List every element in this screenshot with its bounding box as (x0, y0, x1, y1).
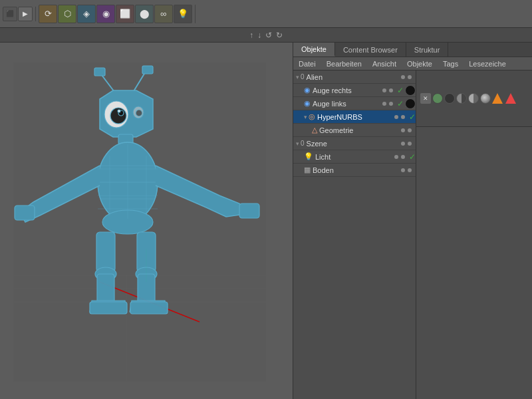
obj-name-alien: Alien (307, 73, 401, 81)
dot-bo-1[interactable] (401, 168, 405, 172)
deform-btn[interactable]: ◈ (77, 5, 96, 23)
dot-li-1[interactable] (394, 155, 398, 159)
menu-datei[interactable]: Datei (296, 59, 319, 68)
menu-bearbeiten[interactable]: Bearbeiten (324, 59, 364, 68)
svg-rect-40 (239, 203, 259, 218)
obj-row-auge-links[interactable]: ◉ Auge links ✓ (293, 97, 416, 110)
svg-rect-46 (137, 232, 156, 272)
svg-rect-44 (97, 274, 114, 304)
obj-icon-geo: △ (312, 126, 317, 134)
tag-half2[interactable] (468, 93, 479, 104)
obj-dots-hn (394, 115, 405, 119)
obj-row-alien[interactable]: ▾ 0 Alien (293, 70, 416, 84)
check-auge-links: ✓ (397, 99, 404, 108)
svg-rect-39 (15, 205, 35, 220)
undo-btn[interactable]: ⟳ (39, 5, 57, 23)
dot-hn-1[interactable] (394, 115, 398, 119)
tag-dot1[interactable] (432, 93, 443, 104)
main-area: Objekte Content Browser Struktur Datei B… (0, 43, 532, 399)
dot-alien-1[interactable] (401, 75, 405, 79)
dot-al-2[interactable] (389, 102, 393, 106)
obj-icon-auge-rechts: ◉ (304, 86, 311, 94)
dot-ar-1[interactable] (382, 88, 386, 92)
tab-content-browser[interactable]: Content Browser (335, 43, 406, 57)
obj-num-alien: 0 (301, 73, 305, 80)
tag-tri1[interactable] (492, 93, 503, 104)
play-button[interactable]: ▶ (18, 7, 33, 21)
toolbar-group-1: ⬛ ▶ (3, 7, 36, 21)
svg-rect-48 (138, 274, 155, 304)
mode-button-1[interactable]: ⬛ (3, 7, 17, 21)
menu-objekte[interactable]: Objekte (404, 59, 435, 68)
obj-name-hn: HyperNURBS (317, 113, 394, 121)
obj-row-hypernurbs[interactable]: ▾ ◎ HyperNURBS ✓ (293, 110, 416, 124)
obj-dots-auge-rechts (382, 88, 393, 92)
obj-name-auge-links: Auge links (313, 100, 382, 108)
tag-tri2[interactable] (505, 93, 516, 104)
dot-sz-1[interactable] (401, 142, 405, 146)
obj-arrow-szene: ▾ (296, 140, 299, 147)
obj-icon-hn: ◎ (309, 112, 315, 121)
menu-ansicht[interactable]: Ansicht (370, 59, 399, 68)
svg-rect-24 (94, 68, 105, 76)
object-list-section: ▾ 0 Alien ◉ Auge rechts (293, 70, 416, 399)
obj-name-szene: Szene (307, 140, 401, 148)
obj-row-auge-rechts[interactable]: ◉ Auge rechts ✓ (293, 84, 416, 97)
svg-rect-42 (96, 232, 115, 272)
right-panel: Objekte Content Browser Struktur Datei B… (293, 43, 532, 399)
robot-figure (13, 63, 266, 382)
tag-sphere-al (405, 98, 416, 109)
obj-dots-szene (401, 142, 412, 146)
tab-struktur[interactable]: Struktur (406, 43, 449, 57)
dot-bo-2[interactable] (408, 168, 412, 172)
tag-sphere1[interactable] (480, 93, 491, 104)
menu-lesezeiche[interactable]: Lesezeiche (466, 59, 509, 68)
tab-objekte[interactable]: Objekte (293, 43, 335, 57)
obj-row-boden[interactable]: ▦ Boden (293, 164, 416, 177)
svg-rect-45 (90, 302, 127, 314)
dot-hn-2[interactable] (401, 115, 405, 119)
generator-btn[interactable]: ⬤ (135, 5, 154, 23)
obj-name-geo: Geometrie (319, 126, 401, 134)
dot-al-1[interactable] (382, 102, 386, 106)
nav-down[interactable]: ↓ (257, 31, 261, 40)
dot-geo-1[interactable] (401, 128, 405, 132)
tag-half1[interactable] (456, 93, 467, 104)
right-inner: ▾ 0 Alien ◉ Auge rechts (293, 70, 532, 399)
nav-up[interactable]: ↑ (249, 31, 253, 40)
check-hn: ✓ (409, 112, 416, 122)
dot-sz-2[interactable] (408, 142, 412, 146)
svg-point-32 (136, 110, 142, 116)
poly-btn[interactable]: ⬡ (58, 5, 76, 23)
obj-row-licht[interactable]: 💡 Licht ✓ (293, 150, 416, 164)
loop-btn[interactable]: ∞ (154, 5, 173, 23)
tag-x[interactable]: ✕ (420, 93, 431, 104)
dot-ar-2[interactable] (389, 88, 393, 92)
nav-undo[interactable]: ↺ (265, 31, 272, 40)
tag-icons-bar: ✕ (416, 70, 532, 127)
svg-rect-49 (130, 302, 168, 314)
dot-li-2[interactable] (401, 155, 405, 159)
viewport[interactable] (0, 43, 293, 399)
obj-name-boden: Boden (313, 166, 401, 174)
menu-tags[interactable]: Tags (440, 59, 461, 68)
obj-name-licht: Licht (315, 153, 394, 161)
tab-bar: Objekte Content Browser Struktur (293, 43, 532, 57)
obj-num-szene: 0 (301, 140, 305, 147)
check-auge-rechts: ✓ (397, 86, 404, 95)
obj-dots-geo (401, 128, 412, 132)
obj-arrow-alien: ▾ (296, 74, 299, 80)
obj-icon-boden: ▦ (304, 166, 311, 174)
tag-dot2[interactable] (444, 93, 455, 104)
dot-geo-2[interactable] (408, 128, 412, 132)
camera-btn[interactable]: ◉ (96, 5, 115, 23)
lamp-btn[interactable]: 💡 (174, 5, 192, 23)
menu-bar: Datei Bearbeiten Ansicht Objekte Tags Le… (293, 57, 532, 70)
box-btn[interactable]: ⬜ (116, 5, 134, 23)
nav-redo[interactable]: ↻ (276, 31, 283, 40)
obj-row-szene[interactable]: ▾ 0 Szene (293, 137, 416, 150)
obj-row-geometrie[interactable]: △ Geometrie (293, 124, 416, 137)
dot-alien-2[interactable] (408, 75, 412, 79)
properties-section: ✕ (416, 70, 532, 399)
svg-point-30 (118, 110, 120, 112)
